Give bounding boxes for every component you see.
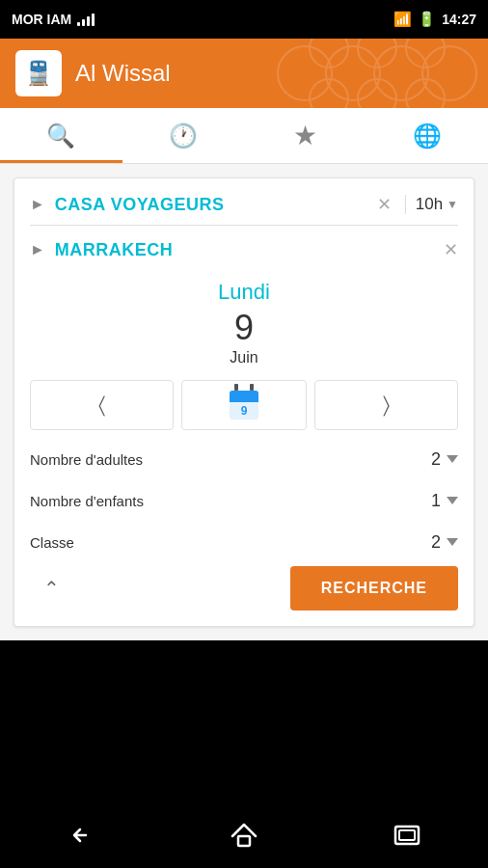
svg-point-9 (406, 79, 445, 108)
tab-bar: 🔍 🕐 ★ 🌐 (0, 108, 488, 164)
to-clear-icon[interactable]: ✕ (444, 239, 458, 260)
prev-date-button[interactable]: 〈 (30, 380, 174, 430)
from-row: ► ✕ 10h ▼ (30, 194, 458, 226)
adults-select[interactable]: 2 (421, 449, 458, 470)
app-title: Al Wissal (75, 60, 171, 87)
to-input[interactable] (55, 240, 434, 260)
search-card: ► ✕ 10h ▼ ► ✕ Lundi 9 Juin 〈 (14, 177, 474, 627)
date-section: Lundi 9 Juin (30, 280, 458, 366)
class-row: Classe 2 (30, 532, 458, 556)
home-button[interactable] (215, 806, 273, 864)
time-display: 14:27 (442, 12, 476, 27)
svg-point-4 (310, 39, 348, 68)
class-label: Classe (30, 534, 421, 551)
status-left: MOR IAM (12, 12, 95, 27)
carrier-text: MOR IAM (12, 12, 71, 27)
day-name: Lundi (30, 280, 458, 305)
svg-point-6 (406, 39, 445, 68)
children-select[interactable]: 1 (421, 491, 458, 511)
from-clear-icon[interactable]: ✕ (377, 194, 392, 215)
calendar-nav: 〈 9 〉 (30, 380, 458, 430)
to-row: ► ✕ (30, 239, 458, 270)
bottom-row: ⌃ RECHERCHE (30, 566, 458, 610)
to-arrow-icon: ► (30, 241, 45, 258)
svg-point-2 (374, 46, 428, 100)
svg-point-1 (326, 46, 380, 100)
battery-icon: 🔋 (418, 11, 436, 28)
adults-dropdown-icon (447, 455, 458, 463)
tab-search[interactable]: 🔍 (0, 108, 122, 163)
svg-point-3 (422, 46, 476, 100)
children-dropdown-icon (447, 497, 458, 504)
class-dropdown-icon (447, 538, 458, 546)
search-button[interactable]: RECHERCHE (290, 566, 458, 610)
tab-world[interactable]: 🌐 (366, 108, 489, 163)
class-value: 2 (421, 532, 441, 553)
adults-row: Nombre d'adultes 2 (30, 449, 458, 474)
world-tab-icon: 🌐 (413, 122, 442, 149)
nav-bar (0, 802, 488, 868)
tab-favorites[interactable]: ★ (244, 108, 366, 163)
app-header: 🚆 Al Wissal (0, 39, 488, 108)
from-time: 10h (416, 195, 443, 214)
favorites-tab-icon: ★ (293, 120, 317, 151)
app-icon: 🚆 (15, 50, 62, 96)
children-label: Nombre d'enfants (30, 493, 421, 509)
status-bar: MOR IAM 📶 🔋 14:27 (0, 0, 488, 39)
svg-rect-10 (238, 836, 250, 846)
calendar-picker[interactable]: 9 (181, 380, 307, 430)
status-right: 📶 🔋 14:27 (393, 11, 476, 28)
time-dropdown-icon[interactable]: ▼ (447, 198, 458, 211)
search-tab-icon: 🔍 (46, 122, 75, 149)
wifi-icon: 📶 (393, 11, 412, 28)
svg-point-0 (278, 46, 332, 100)
svg-rect-12 (399, 830, 415, 840)
children-value: 1 (421, 491, 441, 511)
train-icon: 🚆 (24, 60, 53, 87)
signal-icon (77, 13, 95, 26)
svg-point-7 (310, 79, 348, 108)
recents-button[interactable] (378, 806, 436, 864)
adults-label: Nombre d'adultes (30, 451, 421, 468)
history-tab-icon: 🕐 (169, 122, 198, 149)
svg-point-5 (358, 39, 396, 68)
tab-history[interactable]: 🕐 (122, 108, 245, 163)
svg-point-8 (358, 79, 396, 108)
main-content: ► ✕ 10h ▼ ► ✕ Lundi 9 Juin 〈 (0, 164, 488, 640)
children-row: Nombre d'enfants 1 (30, 491, 458, 515)
day-number: 9 (30, 309, 458, 347)
time-display-area: 10h ▼ (405, 195, 458, 214)
calendar-day-cell: 9 (230, 402, 258, 420)
adults-value: 2 (421, 449, 441, 470)
next-date-button[interactable]: 〉 (314, 380, 458, 430)
month-name: Juin (30, 349, 458, 366)
class-select[interactable]: 2 (421, 532, 458, 553)
calendar-header-bar (230, 391, 258, 402)
from-input[interactable] (55, 195, 367, 215)
calendar-day-number: 9 (241, 404, 248, 418)
back-button[interactable] (52, 806, 110, 864)
from-arrow-icon: ► (30, 196, 45, 213)
collapse-button[interactable]: ⌃ (30, 567, 72, 610)
chevron-up-icon: ⌃ (43, 577, 60, 600)
